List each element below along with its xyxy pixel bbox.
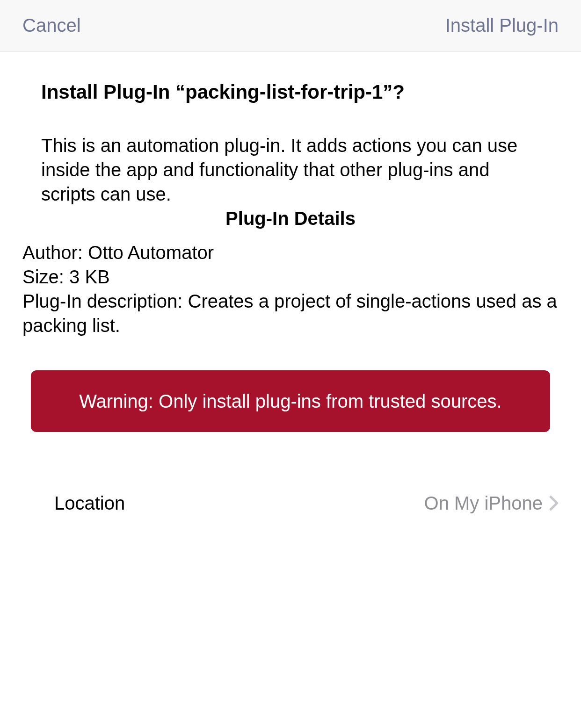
location-row[interactable]: Location On My iPhone: [0, 493, 581, 514]
location-value-wrap: On My iPhone: [424, 493, 559, 514]
size-row: Size: 3 KB: [22, 265, 559, 289]
size-value: 3 KB: [69, 267, 110, 287]
warning-banner: Warning: Only install plug-ins from trus…: [31, 370, 550, 432]
header-bar: Cancel Install Plug-In: [0, 0, 581, 51]
location-value: On My iPhone: [424, 493, 543, 514]
content-area: Install Plug-In “packing-list-for-trip-1…: [0, 51, 581, 514]
size-label: Size:: [22, 267, 69, 287]
details-section-title: Plug-In Details: [0, 208, 581, 229]
author-label: Author:: [22, 242, 88, 263]
cancel-button[interactable]: Cancel: [22, 15, 81, 36]
chevron-right-icon: [549, 495, 559, 511]
plugin-description-text: This is an automation plug-in. It adds a…: [0, 133, 581, 206]
description-label: Plug-In description:: [22, 291, 188, 311]
author-value: Otto Automator: [88, 242, 214, 263]
page-title: Install Plug-In “packing-list-for-trip-1…: [0, 79, 581, 105]
description-row: Plug-In description: Creates a project o…: [22, 289, 559, 338]
install-button[interactable]: Install Plug-In: [445, 15, 559, 36]
plugin-details: Author: Otto Automator Size: 3 KB Plug-I…: [0, 240, 581, 338]
author-row: Author: Otto Automator: [22, 240, 559, 265]
location-label: Location: [54, 493, 125, 514]
